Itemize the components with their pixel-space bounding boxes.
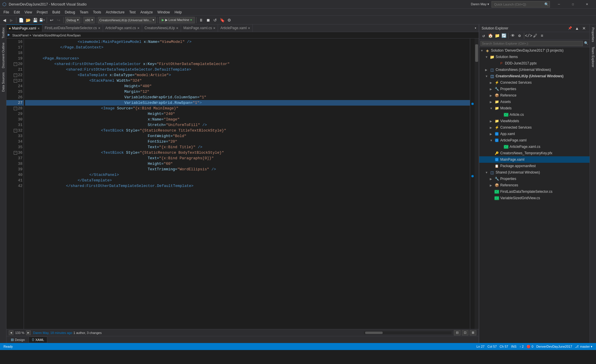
document-outline-tab[interactable]: Document Outline (1, 41, 6, 70)
menu-help[interactable]: Help (172, 9, 184, 16)
tree-articlepage-xaml-cs[interactable]: ▶ C# ArticlePage.xaml.cs (479, 144, 590, 150)
se-expand-button[interactable]: ▲ (574, 25, 580, 32)
toolbar-btn-3[interactable]: ↺ (212, 17, 218, 23)
new-project-button[interactable]: 📄 (18, 17, 24, 23)
creatorsnewslitup-expand[interactable]: ▼ (485, 75, 490, 78)
code-line-41[interactable]: </DataTemplate> (25, 178, 470, 183)
se-filter-button[interactable]: ⚙ (516, 33, 523, 39)
data-sources-tab[interactable]: Data Sources (1, 71, 6, 94)
code-line-32[interactable]: <TextBlock Style="{StaticResource TitleT… (25, 128, 470, 133)
code-line-39[interactable]: TextTrimming="WordEllipsis" /> (25, 167, 470, 172)
run-button[interactable]: ▶ ▶ Local Machine ▾ (159, 17, 195, 23)
tree-variablesized-cs[interactable]: ▶ C# VariableSizedGridView.cs (479, 195, 590, 201)
viewmodels-expand[interactable]: ▶ (490, 120, 494, 123)
undo-button[interactable]: ↩ (48, 17, 55, 23)
tab-creatorsnews[interactable]: CreatorsNewsLitUp ✕ (142, 24, 181, 32)
se-designer-button[interactable]: 🖊 (532, 33, 539, 39)
tree-pptx[interactable]: ▶ P DDD-June2017.pptx (479, 60, 590, 66)
properties-1-expand[interactable]: ▶ (490, 88, 494, 91)
se-show-all-button[interactable]: 👁 (510, 33, 516, 39)
tree-properties-1[interactable]: ▶ 🔧 Properties (479, 86, 590, 92)
team-explorer-tab[interactable]: Team Explorer (591, 45, 595, 69)
menu-edit[interactable]: Edit (11, 9, 22, 16)
author-name[interactable]: Daren May, 18 minutes ago (33, 331, 72, 335)
tab-close-mainpage[interactable]: ✕ (37, 27, 40, 30)
tab-close-firstlast[interactable]: ✕ (98, 27, 100, 30)
tree-articlepage-xaml[interactable]: ▼ ⟨⟩ ArticlePage.xaml (479, 137, 590, 144)
tab-close-creatorsnews[interactable]: ✕ (176, 27, 178, 30)
se-folder-button[interactable]: 📁 (494, 33, 500, 39)
solution-items-expand[interactable]: ▼ (485, 55, 490, 59)
design-tab[interactable]: ▤ Design (8, 337, 28, 343)
status-git[interactable]: ⎇ master ▾ (574, 343, 594, 350)
tree-pfx[interactable]: ▶ 🔑 CreatorsNews_TemporaryKey.pfx (479, 150, 590, 156)
menu-test[interactable]: Test (127, 9, 138, 16)
shared-expand[interactable]: ▼ (485, 171, 490, 174)
code-line-22[interactable]: <DataTemplate x:DataType="model:Article"… (25, 72, 470, 78)
code-line-21[interactable]: <shared:FirstOtherDataTemplateSelector.D… (25, 67, 470, 72)
se-home-button[interactable]: 🏠 (487, 33, 494, 39)
vertical-scrollbar[interactable] (475, 38, 479, 329)
debug-config-dropdown[interactable]: Debug ▾ (65, 17, 80, 23)
tree-creatorsnewslitup[interactable]: ▼ ◫ CreatorsNewsLitUp (Universal Windows… (479, 73, 590, 79)
code-line-26[interactable]: VariableSizedWrapGrid.ColumnSpan="1" (25, 94, 470, 100)
tree-shared-properties[interactable]: ▶ 🔧 Properties (479, 176, 590, 182)
code-line-18[interactable] (25, 50, 470, 56)
tree-viewmodels[interactable]: ▶ 📁 ViewModels (479, 118, 590, 124)
back-button[interactable]: ◀ (1, 17, 8, 23)
maximize-button[interactable]: □ (566, 0, 580, 9)
status-ins[interactable]: INS (510, 343, 517, 350)
se-sync-button[interactable]: ↺ (480, 33, 487, 39)
code-line-34[interactable]: FontSize="20" (25, 139, 470, 144)
code-line-25[interactable]: Margin="12" (25, 89, 470, 94)
se-tree[interactable]: ▼ ◈ Solution 'DenverDevDayJune2017' (3 p… (479, 47, 590, 343)
tree-connected-services-2[interactable]: ▶ ⚡ Connected Services (479, 124, 590, 131)
menu-debug[interactable]: Debug (62, 9, 77, 16)
toolbar-btn-5[interactable]: ⚙ (226, 17, 232, 23)
tabs-overflow-button[interactable]: ▾ (472, 24, 479, 32)
design-button[interactable]: ⊡ (462, 330, 468, 335)
collapse-36[interactable]: ─ (14, 151, 17, 155)
tab-mainpage-xaml[interactable]: ● MainPage.xaml ✕ (6, 24, 42, 32)
menu-team[interactable]: Team (77, 9, 90, 16)
properties-panel-tab[interactable]: Properties (591, 26, 595, 44)
zoom-out-button[interactable]: ◄ (9, 330, 13, 335)
se-refresh-button[interactable]: 🔄 (501, 33, 507, 39)
code-line-36[interactable]: <TextBlock Style="{StaticResource BodyTe… (25, 150, 470, 155)
collapse-22[interactable]: ─ (14, 74, 17, 77)
platform-dropdown[interactable]: x86 ▾ (83, 17, 95, 23)
horizontal-scrollbar[interactable] (364, 331, 452, 334)
tree-models[interactable]: ▼ 📁 Models (479, 105, 590, 111)
collapse-23[interactable]: ─ (14, 79, 17, 83)
se-pin-button[interactable]: 📌 (567, 25, 573, 32)
status-ch[interactable]: Ch 57 (499, 343, 509, 350)
save-button[interactable]: 💾 (32, 17, 38, 23)
code-line-35[interactable]: Text="{x:Bind Title}" /> (25, 144, 470, 150)
status-ln[interactable]: Ln 27 (475, 343, 486, 350)
tab-close-mainpage-cs[interactable]: ✕ (213, 27, 215, 30)
se-properties-button[interactable]: ≡ (539, 33, 545, 39)
tab-mainpage-cs[interactable]: MainPage.xaml.cs ✕ (181, 24, 218, 32)
project-dropdown[interactable]: CreatorsNewsLitUp (Universal Win... ▾ (98, 17, 156, 23)
code-line-23[interactable]: <StackPanel Width="324" (25, 78, 470, 83)
tree-solution[interactable]: ▼ ◈ Solution 'DenverDevDayJune2017' (3 p… (479, 47, 590, 54)
tree-firstlast-cs[interactable]: ▶ C# FirstLastDataTemplateSelector.cs (479, 188, 590, 195)
references-expand[interactable]: ▶ (490, 184, 494, 187)
se-code-button[interactable]: </> (525, 33, 532, 39)
toolbar-btn-4[interactable]: 🔖 (219, 17, 225, 23)
code-line-42[interactable]: </shared:FirstOtherDataTemplateSelector.… (25, 183, 470, 189)
models-expand[interactable]: ▼ (490, 107, 494, 110)
zoom-in-button[interactable]: ► (26, 330, 31, 335)
forward-button[interactable]: ▶ (8, 17, 15, 23)
code-line-31[interactable]: Stretch="UniformToFill" /> (25, 122, 470, 128)
menu-build[interactable]: Build (50, 9, 62, 16)
menu-analyze[interactable]: Analyze (138, 9, 155, 16)
menu-architecture[interactable]: Architecture (104, 9, 127, 16)
toolbar-btn-1[interactable]: ⏸ (198, 17, 204, 23)
code-line-29[interactable]: Height="240" (25, 111, 470, 117)
split-view-button[interactable]: ⊟ (454, 330, 461, 335)
code-line-38[interactable]: Height="60" (25, 161, 470, 167)
code-line-16[interactable]: <viewmodel:MainPageViewModel x:Name="Vie… (25, 39, 470, 45)
menu-window[interactable]: Window (155, 9, 172, 16)
minimize-button[interactable]: ─ (552, 0, 566, 9)
